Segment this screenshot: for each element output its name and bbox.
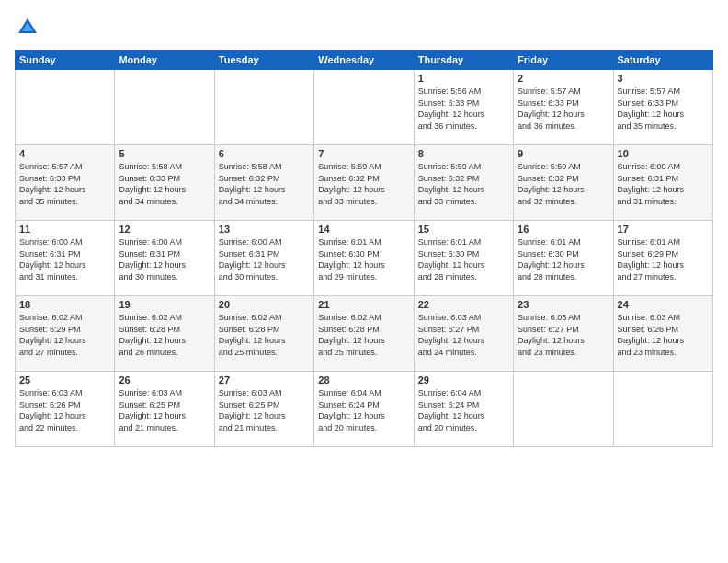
day-info: Sunrise: 5:58 AM Sunset: 6:32 PM Dayligh… [219,161,310,207]
day-info: Sunrise: 6:02 AM Sunset: 6:28 PM Dayligh… [119,312,210,358]
day-number: 26 [119,374,210,385]
calendar-cell: 27Sunrise: 6:03 AM Sunset: 6:25 PM Dayli… [214,372,313,447]
day-number: 4 [19,148,110,159]
day-info: Sunrise: 6:03 AM Sunset: 6:27 PM Dayligh… [518,312,609,358]
logo [15,15,44,40]
day-number: 11 [19,224,110,235]
calendar-cell: 15Sunrise: 6:01 AM Sunset: 6:30 PM Dayli… [414,221,513,296]
calendar-cell [214,70,313,145]
day-info: Sunrise: 6:03 AM Sunset: 6:27 PM Dayligh… [418,312,509,358]
calendar-cell: 8Sunrise: 5:59 AM Sunset: 6:32 PM Daylig… [414,145,513,221]
day-info: Sunrise: 5:59 AM Sunset: 6:32 PM Dayligh… [518,161,609,207]
calendar-cell: 17Sunrise: 6:01 AM Sunset: 6:29 PM Dayli… [613,221,712,296]
day-number: 15 [418,224,509,235]
calendar-cell: 26Sunrise: 6:03 AM Sunset: 6:25 PM Dayli… [115,372,214,447]
calendar-cell: 12Sunrise: 6:00 AM Sunset: 6:31 PM Dayli… [115,221,214,296]
calendar-cell: 3Sunrise: 5:57 AM Sunset: 6:33 PM Daylig… [613,70,712,145]
calendar-cell: 21Sunrise: 6:02 AM Sunset: 6:28 PM Dayli… [314,296,414,372]
day-info: Sunrise: 6:03 AM Sunset: 6:25 PM Dayligh… [219,387,310,433]
day-number: 3 [618,73,709,84]
day-number: 24 [618,299,709,310]
calendar-cell: 6Sunrise: 5:58 AM Sunset: 6:32 PM Daylig… [214,145,313,221]
day-info: Sunrise: 6:00 AM Sunset: 6:31 PM Dayligh… [119,236,210,282]
calendar-week-1: 1Sunrise: 5:56 AM Sunset: 6:33 PM Daylig… [16,70,713,145]
day-info: Sunrise: 6:02 AM Sunset: 6:28 PM Dayligh… [219,312,310,358]
day-info: Sunrise: 6:02 AM Sunset: 6:29 PM Dayligh… [19,312,110,358]
day-header-sunday: Sunday [16,51,115,70]
calendar-cell: 9Sunrise: 5:59 AM Sunset: 6:32 PM Daylig… [514,145,613,221]
day-header-saturday: Saturday [613,51,712,70]
day-info: Sunrise: 6:03 AM Sunset: 6:26 PM Dayligh… [618,312,709,358]
calendar-cell: 20Sunrise: 6:02 AM Sunset: 6:28 PM Dayli… [214,296,313,372]
day-info: Sunrise: 6:01 AM Sunset: 6:30 PM Dayligh… [518,236,609,282]
calendar-cell: 1Sunrise: 5:56 AM Sunset: 6:33 PM Daylig… [414,70,513,145]
day-number: 28 [318,374,409,385]
day-number: 27 [219,374,310,385]
calendar-week-2: 4Sunrise: 5:57 AM Sunset: 6:33 PM Daylig… [16,145,713,221]
day-number: 17 [618,224,709,235]
calendar-cell: 18Sunrise: 6:02 AM Sunset: 6:29 PM Dayli… [16,296,115,372]
day-info: Sunrise: 5:57 AM Sunset: 6:33 PM Dayligh… [618,86,709,132]
day-info: Sunrise: 5:59 AM Sunset: 6:32 PM Dayligh… [318,161,409,207]
calendar-cell: 29Sunrise: 6:04 AM Sunset: 6:24 PM Dayli… [414,372,513,447]
day-info: Sunrise: 6:03 AM Sunset: 6:26 PM Dayligh… [19,387,110,433]
calendar-cell: 13Sunrise: 6:00 AM Sunset: 6:31 PM Dayli… [214,221,313,296]
calendar-cell: 19Sunrise: 6:02 AM Sunset: 6:28 PM Dayli… [115,296,214,372]
day-info: Sunrise: 6:01 AM Sunset: 6:30 PM Dayligh… [418,236,509,282]
header [15,15,713,40]
day-number: 21 [318,299,409,310]
calendar-cell: 7Sunrise: 5:59 AM Sunset: 6:32 PM Daylig… [314,145,414,221]
day-number: 10 [618,148,709,159]
calendar: SundayMondayTuesdayWednesdayThursdayFrid… [15,50,713,447]
calendar-week-3: 11Sunrise: 6:00 AM Sunset: 6:31 PM Dayli… [16,221,713,296]
day-info: Sunrise: 6:04 AM Sunset: 6:24 PM Dayligh… [318,387,409,433]
day-info: Sunrise: 6:00 AM Sunset: 6:31 PM Dayligh… [219,236,310,282]
day-number: 25 [19,374,110,385]
day-number: 18 [19,299,110,310]
day-number: 29 [418,374,509,385]
calendar-cell: 28Sunrise: 6:04 AM Sunset: 6:24 PM Dayli… [314,372,414,447]
page: SundayMondayTuesdayWednesdayThursdayFrid… [0,0,728,563]
day-info: Sunrise: 6:01 AM Sunset: 6:30 PM Dayligh… [318,236,409,282]
calendar-cell: 25Sunrise: 6:03 AM Sunset: 6:26 PM Dayli… [16,372,115,447]
day-number: 22 [418,299,509,310]
day-number: 2 [518,73,609,84]
calendar-header-row: SundayMondayTuesdayWednesdayThursdayFrid… [16,51,713,70]
day-number: 1 [418,73,509,84]
day-info: Sunrise: 6:00 AM Sunset: 6:31 PM Dayligh… [618,161,709,207]
day-number: 19 [119,299,210,310]
day-info: Sunrise: 6:02 AM Sunset: 6:28 PM Dayligh… [318,312,409,358]
day-number: 20 [219,299,310,310]
day-number: 9 [518,148,609,159]
day-number: 7 [318,148,409,159]
day-number: 5 [119,148,210,159]
day-info: Sunrise: 5:59 AM Sunset: 6:32 PM Dayligh… [418,161,509,207]
day-info: Sunrise: 6:04 AM Sunset: 6:24 PM Dayligh… [418,387,509,433]
calendar-cell: 4Sunrise: 5:57 AM Sunset: 6:33 PM Daylig… [16,145,115,221]
day-header-wednesday: Wednesday [314,51,414,70]
day-info: Sunrise: 5:57 AM Sunset: 6:33 PM Dayligh… [19,161,110,207]
calendar-week-4: 18Sunrise: 6:02 AM Sunset: 6:29 PM Dayli… [16,296,713,372]
day-info: Sunrise: 5:57 AM Sunset: 6:33 PM Dayligh… [518,86,609,132]
day-info: Sunrise: 6:03 AM Sunset: 6:25 PM Dayligh… [119,387,210,433]
calendar-week-5: 25Sunrise: 6:03 AM Sunset: 6:26 PM Dayli… [16,372,713,447]
day-info: Sunrise: 6:01 AM Sunset: 6:29 PM Dayligh… [618,236,709,282]
calendar-cell [115,70,214,145]
calendar-cell: 11Sunrise: 6:00 AM Sunset: 6:31 PM Dayli… [16,221,115,296]
day-number: 14 [318,224,409,235]
day-number: 23 [518,299,609,310]
calendar-cell: 22Sunrise: 6:03 AM Sunset: 6:27 PM Dayli… [414,296,513,372]
day-header-friday: Friday [514,51,613,70]
calendar-cell: 24Sunrise: 6:03 AM Sunset: 6:26 PM Dayli… [613,296,712,372]
calendar-cell: 2Sunrise: 5:57 AM Sunset: 6:33 PM Daylig… [514,70,613,145]
calendar-cell: 14Sunrise: 6:01 AM Sunset: 6:30 PM Dayli… [314,221,414,296]
day-header-tuesday: Tuesday [214,51,313,70]
calendar-cell: 23Sunrise: 6:03 AM Sunset: 6:27 PM Dayli… [514,296,613,372]
day-number: 16 [518,224,609,235]
calendar-cell: 16Sunrise: 6:01 AM Sunset: 6:30 PM Dayli… [514,221,613,296]
day-info: Sunrise: 6:00 AM Sunset: 6:31 PM Dayligh… [19,236,110,282]
day-header-thursday: Thursday [414,51,513,70]
day-info: Sunrise: 5:56 AM Sunset: 6:33 PM Dayligh… [418,86,509,132]
day-header-monday: Monday [115,51,214,70]
calendar-cell: 5Sunrise: 5:58 AM Sunset: 6:33 PM Daylig… [115,145,214,221]
